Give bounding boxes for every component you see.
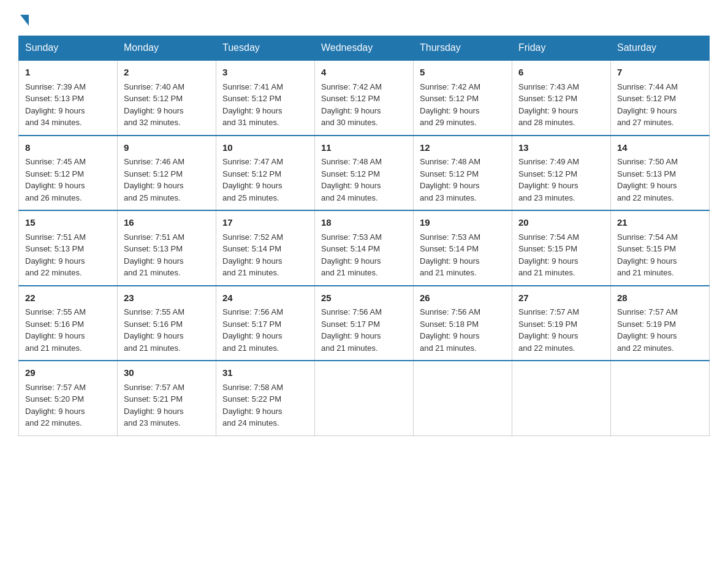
day-info: Sunrise: 7:50 AMSunset: 5:13 PMDaylight:… — [617, 157, 678, 202]
day-info: Sunrise: 7:57 AMSunset: 5:19 PMDaylight:… — [617, 307, 678, 353]
day-number: 2 — [124, 66, 210, 80]
calendar-week-row: 22Sunrise: 7:55 AMSunset: 5:16 PMDayligh… — [19, 286, 710, 361]
day-info: Sunrise: 7:42 AMSunset: 5:12 PMDaylight:… — [420, 82, 480, 128]
calendar-cell: 31Sunrise: 7:58 AMSunset: 5:22 PMDayligh… — [216, 361, 315, 435]
calendar-cell: 6Sunrise: 7:43 AMSunset: 5:12 PMDaylight… — [512, 60, 611, 136]
day-info: Sunrise: 7:48 AMSunset: 5:12 PMDaylight:… — [321, 157, 382, 202]
day-number: 4 — [321, 66, 407, 80]
day-number: 21 — [617, 216, 703, 230]
day-info: Sunrise: 7:56 AMSunset: 5:17 PMDaylight:… — [321, 307, 382, 353]
calendar-cell: 12Sunrise: 7:48 AMSunset: 5:12 PMDayligh… — [414, 136, 512, 211]
day-number: 28 — [617, 291, 703, 305]
calendar-cell: 17Sunrise: 7:52 AMSunset: 5:14 PMDayligh… — [216, 210, 315, 286]
day-number: 9 — [124, 141, 210, 155]
calendar-cell: 15Sunrise: 7:51 AMSunset: 5:13 PMDayligh… — [19, 210, 118, 286]
page-header — [18, 12, 710, 25]
day-info: Sunrise: 7:53 AMSunset: 5:14 PMDaylight:… — [321, 232, 382, 278]
day-info: Sunrise: 7:58 AMSunset: 5:22 PMDaylight:… — [222, 383, 283, 428]
day-number: 7 — [617, 66, 703, 80]
day-number: 25 — [321, 291, 407, 305]
day-info: Sunrise: 7:52 AMSunset: 5:14 PMDaylight:… — [222, 232, 283, 278]
calendar-cell: 2Sunrise: 7:40 AMSunset: 5:12 PMDaylight… — [118, 60, 216, 136]
day-info: Sunrise: 7:57 AMSunset: 5:19 PMDaylight:… — [518, 307, 579, 353]
day-number: 31 — [222, 366, 308, 380]
day-info: Sunrise: 7:42 AMSunset: 5:12 PMDaylight:… — [321, 82, 382, 128]
calendar-cell: 3Sunrise: 7:41 AMSunset: 5:12 PMDaylight… — [216, 60, 315, 136]
day-info: Sunrise: 7:55 AMSunset: 5:16 PMDaylight:… — [25, 307, 86, 353]
day-info: Sunrise: 7:55 AMSunset: 5:16 PMDaylight:… — [124, 307, 184, 353]
calendar-table: SundayMondayTuesdayWednesdayThursdayFrid… — [18, 36, 710, 436]
col-header-wednesday: Wednesday — [315, 36, 414, 61]
col-header-saturday: Saturday — [611, 36, 710, 61]
day-number: 5 — [420, 66, 506, 80]
day-number: 12 — [420, 141, 506, 155]
day-number: 3 — [222, 66, 308, 80]
day-info: Sunrise: 7:51 AMSunset: 5:13 PMDaylight:… — [25, 232, 86, 278]
day-info: Sunrise: 7:44 AMSunset: 5:12 PMDaylight:… — [617, 82, 678, 128]
calendar-week-row: 8Sunrise: 7:45 AMSunset: 5:12 PMDaylight… — [19, 136, 710, 211]
day-number: 30 — [124, 366, 210, 380]
calendar-cell — [315, 361, 414, 435]
day-info: Sunrise: 7:56 AMSunset: 5:17 PMDaylight:… — [222, 307, 283, 353]
calendar-cell: 4Sunrise: 7:42 AMSunset: 5:12 PMDaylight… — [315, 60, 414, 136]
day-number: 27 — [518, 291, 604, 305]
day-info: Sunrise: 7:49 AMSunset: 5:12 PMDaylight:… — [518, 157, 579, 202]
day-number: 8 — [25, 141, 111, 155]
calendar-cell: 1Sunrise: 7:39 AMSunset: 5:13 PMDaylight… — [19, 60, 118, 136]
calendar-cell: 23Sunrise: 7:55 AMSunset: 5:16 PMDayligh… — [118, 286, 216, 361]
day-info: Sunrise: 7:40 AMSunset: 5:12 PMDaylight:… — [124, 82, 184, 128]
day-number: 17 — [222, 216, 308, 230]
calendar-cell: 25Sunrise: 7:56 AMSunset: 5:17 PMDayligh… — [315, 286, 414, 361]
day-number: 24 — [222, 291, 308, 305]
calendar-cell: 18Sunrise: 7:53 AMSunset: 5:14 PMDayligh… — [315, 210, 414, 286]
day-number: 23 — [124, 291, 210, 305]
calendar-week-row: 29Sunrise: 7:57 AMSunset: 5:20 PMDayligh… — [19, 361, 710, 435]
day-info: Sunrise: 7:48 AMSunset: 5:12 PMDaylight:… — [420, 157, 480, 202]
day-info: Sunrise: 7:41 AMSunset: 5:12 PMDaylight:… — [222, 82, 283, 128]
day-number: 26 — [420, 291, 506, 305]
calendar-cell — [414, 361, 512, 435]
calendar-cell: 22Sunrise: 7:55 AMSunset: 5:16 PMDayligh… — [19, 286, 118, 361]
calendar-cell: 29Sunrise: 7:57 AMSunset: 5:20 PMDayligh… — [19, 361, 118, 435]
calendar-cell: 7Sunrise: 7:44 AMSunset: 5:12 PMDaylight… — [611, 60, 710, 136]
calendar-cell — [611, 361, 710, 435]
day-info: Sunrise: 7:57 AMSunset: 5:20 PMDaylight:… — [25, 383, 86, 428]
day-number: 16 — [124, 216, 210, 230]
calendar-cell: 16Sunrise: 7:51 AMSunset: 5:13 PMDayligh… — [118, 210, 216, 286]
calendar-cell: 19Sunrise: 7:53 AMSunset: 5:14 PMDayligh… — [414, 210, 512, 286]
day-info: Sunrise: 7:51 AMSunset: 5:13 PMDaylight:… — [124, 232, 184, 278]
calendar-week-row: 1Sunrise: 7:39 AMSunset: 5:13 PMDaylight… — [19, 60, 710, 136]
calendar-cell: 24Sunrise: 7:56 AMSunset: 5:17 PMDayligh… — [216, 286, 315, 361]
col-header-sunday: Sunday — [19, 36, 118, 61]
day-info: Sunrise: 7:45 AMSunset: 5:12 PMDaylight:… — [25, 157, 86, 202]
day-number: 1 — [25, 66, 111, 80]
calendar-cell: 27Sunrise: 7:57 AMSunset: 5:19 PMDayligh… — [512, 286, 611, 361]
calendar-cell: 9Sunrise: 7:46 AMSunset: 5:12 PMDaylight… — [118, 136, 216, 211]
day-number: 20 — [518, 216, 604, 230]
calendar-cell: 14Sunrise: 7:50 AMSunset: 5:13 PMDayligh… — [611, 136, 710, 211]
day-info: Sunrise: 7:54 AMSunset: 5:15 PMDaylight:… — [617, 232, 678, 278]
logo-arrow-icon — [20, 15, 29, 26]
col-header-thursday: Thursday — [414, 36, 512, 61]
calendar-cell: 10Sunrise: 7:47 AMSunset: 5:12 PMDayligh… — [216, 136, 315, 211]
day-number: 13 — [518, 141, 604, 155]
day-number: 6 — [518, 66, 604, 80]
day-number: 11 — [321, 141, 407, 155]
calendar-cell: 26Sunrise: 7:56 AMSunset: 5:18 PMDayligh… — [414, 286, 512, 361]
calendar-cell — [512, 361, 611, 435]
day-info: Sunrise: 7:43 AMSunset: 5:12 PMDaylight:… — [518, 82, 579, 128]
day-info: Sunrise: 7:47 AMSunset: 5:12 PMDaylight:… — [222, 157, 283, 202]
calendar-cell: 21Sunrise: 7:54 AMSunset: 5:15 PMDayligh… — [611, 210, 710, 286]
day-info: Sunrise: 7:54 AMSunset: 5:15 PMDaylight:… — [518, 232, 579, 278]
day-number: 18 — [321, 216, 407, 230]
calendar-cell: 28Sunrise: 7:57 AMSunset: 5:19 PMDayligh… — [611, 286, 710, 361]
day-number: 29 — [25, 366, 111, 380]
day-number: 14 — [617, 141, 703, 155]
col-header-monday: Monday — [118, 36, 216, 61]
calendar-cell: 11Sunrise: 7:48 AMSunset: 5:12 PMDayligh… — [315, 136, 414, 211]
calendar-cell: 30Sunrise: 7:57 AMSunset: 5:21 PMDayligh… — [118, 361, 216, 435]
calendar-cell: 20Sunrise: 7:54 AMSunset: 5:15 PMDayligh… — [512, 210, 611, 286]
col-header-friday: Friday — [512, 36, 611, 61]
col-header-tuesday: Tuesday — [216, 36, 315, 61]
day-number: 10 — [222, 141, 308, 155]
